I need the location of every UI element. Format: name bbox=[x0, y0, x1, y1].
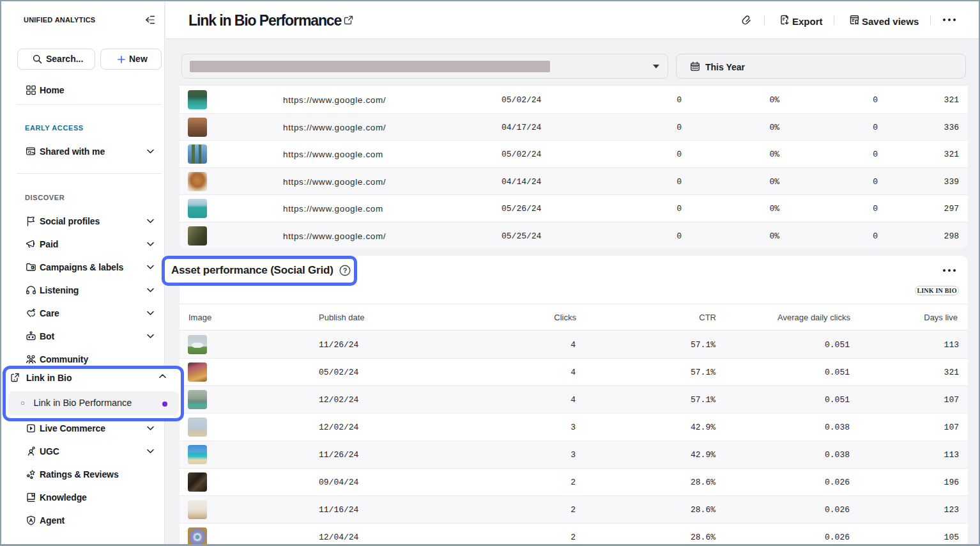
svg-text:?: ? bbox=[343, 267, 348, 274]
